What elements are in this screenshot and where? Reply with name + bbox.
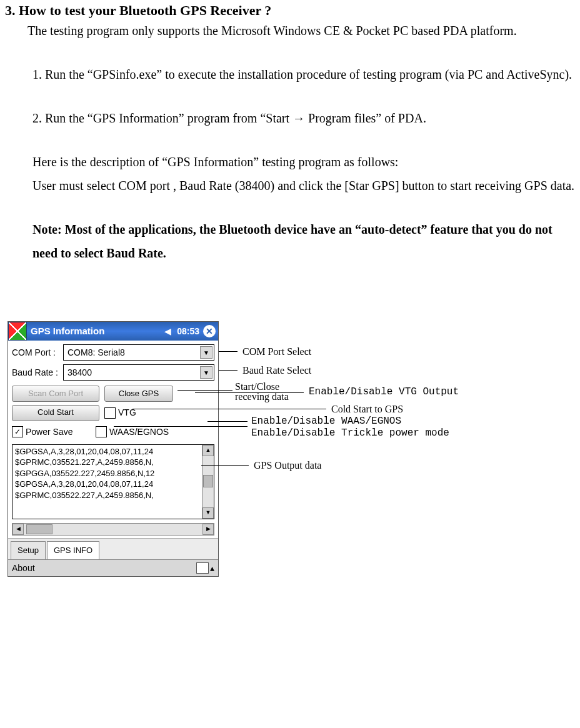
nmea-lines: $GPGSA,A,3,28,01,20,04,08,07,11,24 $GPRM… [12, 445, 202, 519]
window-title: GPS Information [31, 322, 162, 341]
chevron-down-icon[interactable]: ▼ [200, 366, 212, 379]
description-line-1: Here is the description of “GPS Informat… [32, 150, 575, 174]
start-menu-icon[interactable] [8, 322, 27, 341]
sip-icon[interactable]: ▴ [196, 560, 214, 577]
tab-bar: Setup GPS INFO [8, 538, 218, 560]
list-item: $GPRMC,035521.227,A,2459.8856,N, [15, 457, 199, 468]
annotation-baud-rate-select: Baud Rate Select [242, 365, 311, 376]
description-line-2: User must select COM port , Baud Rate (3… [32, 174, 575, 197]
step-1: 1. Run the “GPSinfo.exe” to execute the … [15, 62, 575, 86]
checkbox-icon[interactable] [104, 407, 116, 419]
tab-setup[interactable]: Setup [11, 541, 46, 560]
section-heading: 3. How to test your Bluetooth GPS Receiv… [5, 2, 575, 19]
annotation-waas: Enable/Disable WAAS/EGNOS [251, 416, 401, 427]
close-gps-button[interactable]: Close GPS [104, 386, 173, 402]
pda-screenshot-figure: GPS Information ◀ 08:53 ✕ COM Port : COM… [8, 321, 495, 577]
note-paragraph: Note: Most of the applications, the Blue… [32, 217, 575, 265]
annotation-cold-start: Cold Start to GPS [331, 404, 403, 415]
annotation-vtg: Enable/Disable VTG Output [309, 386, 459, 397]
list-item: $GPGSA,A,3,28,01,20,04,08,07,11,24 [15, 446, 199, 457]
scroll-down-icon[interactable]: ▼ [202, 507, 214, 519]
checkbox-icon[interactable]: ✓ [12, 426, 23, 437]
scroll-left-icon[interactable]: ◀ [12, 524, 24, 535]
annotation-start-close-2: receving data [235, 391, 289, 402]
nmea-output-list[interactable]: $GPGSA,A,3,28,01,20,04,08,07,11,24 $GPRM… [12, 444, 214, 519]
baudrate-value: 38400 [68, 364, 92, 381]
comport-value: COM8: Serial8 [68, 344, 125, 361]
volume-icon[interactable]: ◀ [162, 323, 173, 340]
intro-paragraph: The testing program only supports the Mi… [5, 19, 575, 42]
horizontal-scrollbar[interactable]: ◀ ▶ [12, 523, 214, 536]
baudrate-select[interactable]: 38400 ▼ [63, 364, 214, 381]
vtg-checkbox-wrap[interactable]: VTG [104, 404, 136, 421]
list-item: $GPGGA,035522.227,2459.8856,N,12 [15, 468, 199, 479]
checkbox-icon[interactable] [96, 426, 107, 437]
bottom-bar: About ▴ [8, 559, 218, 576]
vtg-label: VTG [118, 404, 136, 421]
vertical-scrollbar[interactable]: ▲ ▼ [202, 445, 214, 519]
about-label[interactable]: About [12, 560, 35, 577]
scan-com-port-button[interactable]: Scan Com Port [12, 386, 99, 402]
chevron-down-icon[interactable]: ▼ [200, 346, 212, 359]
annotation-com-port-select: COM Port Select [242, 346, 311, 357]
comport-label: COM Port : [12, 344, 63, 361]
scroll-up-icon[interactable]: ▲ [202, 445, 214, 456]
power-save-label: Power Save [26, 424, 72, 441]
annotation-gps-output: GPS Output data [254, 460, 321, 471]
clock-time: 08:53 [177, 323, 199, 340]
scroll-thumb[interactable] [203, 475, 213, 487]
tab-gps-info[interactable]: GPS INFO [47, 541, 99, 560]
pda-window: GPS Information ◀ 08:53 ✕ COM Port : COM… [8, 321, 219, 577]
scroll-thumb[interactable] [26, 524, 52, 534]
close-icon[interactable]: ✕ [203, 325, 216, 337]
list-item: $GPGSA,A,3,28,01,20,04,08,07,11,24 [15, 479, 199, 490]
baudrate-label: Baud Rate : [12, 364, 63, 381]
power-save-checkbox-wrap[interactable]: ✓ Power Save [12, 424, 91, 441]
list-item: $GPRMC,035522.227,A,2459.8856,N, [15, 490, 199, 501]
comport-select[interactable]: COM8: Serial8 ▼ [63, 344, 214, 361]
scroll-right-icon[interactable]: ▶ [202, 524, 214, 535]
step-2: 2. Run the “GPS Information” program fro… [32, 106, 575, 130]
cold-start-button[interactable]: Cold Start [12, 405, 99, 421]
title-bar: GPS Information ◀ 08:53 ✕ [8, 322, 218, 341]
annotation-trickle: Enable/Disable Trickle power mode [251, 427, 449, 439]
